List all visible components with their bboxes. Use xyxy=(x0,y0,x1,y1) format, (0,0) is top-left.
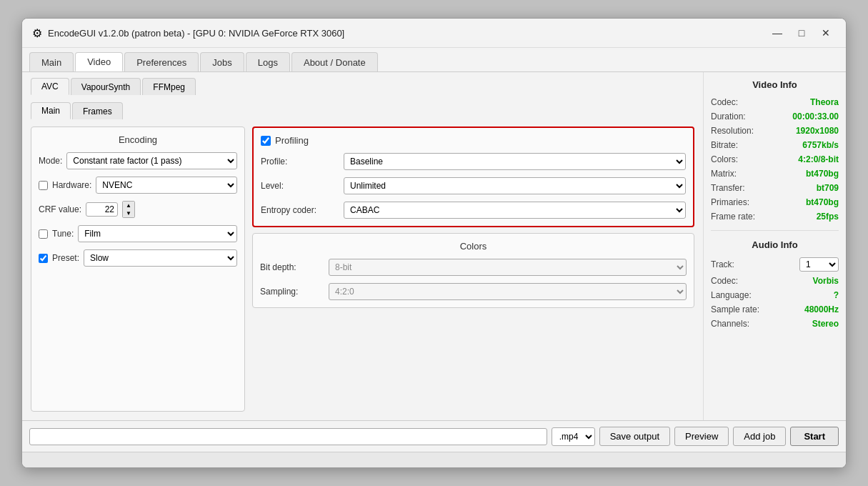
status-bar xyxy=(22,452,846,467)
output-path-input[interactable] xyxy=(29,428,547,445)
save-output-button[interactable]: Save output xyxy=(599,427,670,446)
sub-tabs: AVC VapourSynth FFMpeg xyxy=(28,78,697,95)
tune-checkbox[interactable] xyxy=(39,229,48,239)
bit-depth-label: Bit depth: xyxy=(260,262,324,272)
mode-label: Mode: xyxy=(39,156,62,166)
bottom-bar: .mp4 .mkv .avi Save output Preview Add j… xyxy=(22,420,846,452)
tab-about[interactable]: About / Donate xyxy=(291,52,378,71)
audio-samplerate: Sample rate: 48000Hz xyxy=(711,304,839,314)
close-button[interactable]: ✕ xyxy=(816,26,836,40)
right-info-panel: Video Info Codec: Theora Duration: 00:00… xyxy=(703,72,846,420)
format-select[interactable]: .mp4 .mkv .avi xyxy=(552,427,595,446)
framerate-key: Frame rate: xyxy=(711,212,755,222)
title-bar-left: ⚙ EncodeGUI v1.2.0b (patron beta) - [GPU… xyxy=(32,26,344,40)
crf-up-button[interactable]: ▲ xyxy=(123,202,134,209)
resolution-key: Resolution: xyxy=(711,126,754,136)
entropy-label: Entropy coder: xyxy=(261,205,339,215)
window-title: EncodeGUI v1.2.0b (patron beta) - [GPU 0… xyxy=(48,28,344,39)
window-controls: — □ ✕ xyxy=(767,26,836,40)
profile-label: Profile: xyxy=(261,157,339,167)
info-framerate: Frame rate: 25fps xyxy=(711,212,839,222)
mode-row: Mode: Constant rate factor (1 pass) xyxy=(39,152,237,169)
colors-key: Colors: xyxy=(711,154,738,164)
info-duration: Duration: 00:00:33.00 xyxy=(711,111,839,122)
tab-video[interactable]: Video xyxy=(75,52,123,71)
right-panels: Profiling Profile: Baseline Main High xyxy=(252,127,694,412)
info-resolution: Resolution: 1920x1080 xyxy=(711,126,839,136)
audio-info-title: Audio Info xyxy=(711,239,839,250)
title-bar: ⚙ EncodeGUI v1.2.0b (patron beta) - [GPU… xyxy=(22,19,846,48)
maximize-button[interactable]: □ xyxy=(792,26,812,40)
preset-select[interactable]: Slow xyxy=(84,249,237,267)
crf-input[interactable] xyxy=(86,202,118,217)
entropy-select[interactable]: CABAC CAVLC xyxy=(344,202,686,219)
transfer-key: Transfer: xyxy=(711,183,745,193)
resolution-val: 1920x1080 xyxy=(796,126,839,136)
mode-select[interactable]: Constant rate factor (1 pass) xyxy=(66,152,237,169)
entropy-row: Entropy coder: CABAC CAVLC xyxy=(261,202,686,219)
tune-select[interactable]: Film xyxy=(78,225,237,242)
bit-depth-row: Bit depth: 8-bit xyxy=(260,259,687,276)
codec-key: Codec: xyxy=(711,97,738,107)
audio-codec-val: Vorbis xyxy=(813,276,839,286)
colors-box: Colors Bit depth: 8-bit Sampling: xyxy=(252,233,694,308)
primaries-key: Primaries: xyxy=(711,197,749,207)
start-button[interactable]: Start xyxy=(790,427,839,446)
tab-logs[interactable]: Logs xyxy=(246,52,290,71)
profile-row: Profile: Baseline Main High xyxy=(261,153,686,170)
profile-select[interactable]: Baseline Main High xyxy=(344,153,686,170)
crf-down-button[interactable]: ▼ xyxy=(123,209,134,217)
main-tabs: Main Video Preferences Jobs Logs About /… xyxy=(22,48,846,71)
sampling-row: Sampling: 4:2:0 xyxy=(260,283,687,300)
info-divider xyxy=(711,230,839,231)
preset-checkbox[interactable] xyxy=(39,254,48,263)
minimize-button[interactable]: — xyxy=(767,26,787,40)
hardware-select[interactable]: NVENC xyxy=(96,177,237,194)
content-area: AVC VapourSynth FFMpeg Main Frames Encod… xyxy=(22,71,846,420)
encoding-title: Encoding xyxy=(39,134,237,145)
audio-samplerate-key: Sample rate: xyxy=(711,304,759,314)
tab-avc[interactable]: AVC xyxy=(31,78,69,95)
colors-val: 4:2:0/8-bit xyxy=(798,154,839,164)
tab-jobs[interactable]: Jobs xyxy=(200,52,244,71)
info-primaries: Primaries: bt470bg xyxy=(711,197,839,207)
track-select[interactable]: 1 xyxy=(799,257,839,272)
track-key: Track: xyxy=(711,259,734,269)
info-colors: Colors: 4:2:0/8-bit xyxy=(711,154,839,164)
audio-channels-key: Channels: xyxy=(711,319,749,329)
sampling-label: Sampling: xyxy=(260,287,324,297)
encoding-box: Encoding Mode: Constant rate factor (1 p… xyxy=(31,127,245,412)
preview-button[interactable]: Preview xyxy=(674,427,729,446)
bit-depth-select[interactable]: 8-bit xyxy=(329,259,687,276)
info-transfer: Transfer: bt709 xyxy=(711,183,839,193)
sampling-select[interactable]: 4:2:0 xyxy=(329,283,687,300)
tune-row: Tune: Film xyxy=(39,225,237,242)
hardware-checkbox[interactable] xyxy=(39,181,48,190)
tab-vapoursynth[interactable]: VapourSynth xyxy=(71,78,141,95)
duration-key: Duration: xyxy=(711,111,746,122)
tab-preferences[interactable]: Preferences xyxy=(124,52,199,71)
info-bitrate: Bitrate: 6757kb/s xyxy=(711,140,839,150)
tab-main[interactable]: Main xyxy=(29,52,74,71)
main-content: Encoding Mode: Constant rate factor (1 p… xyxy=(28,124,697,415)
framerate-val: 25fps xyxy=(817,212,839,222)
add-job-button[interactable]: Add job xyxy=(733,427,786,446)
audio-language: Language: ? xyxy=(711,290,839,300)
left-panel: AVC VapourSynth FFMpeg Main Frames Encod… xyxy=(22,72,703,420)
tab-inner-frames[interactable]: Frames xyxy=(72,102,123,119)
matrix-key: Matrix: xyxy=(711,169,737,179)
preset-label: Preset: xyxy=(52,253,79,263)
info-codec: Codec: Theora xyxy=(711,97,839,107)
tab-ffmpeg[interactable]: FFMpeg xyxy=(142,78,196,95)
level-row: Level: Unlimited 3.0 3.1 4.0 4.1 xyxy=(261,177,686,194)
profiling-checkbox[interactable] xyxy=(261,136,271,146)
audio-channels: Channels: Stereo xyxy=(711,319,839,329)
codec-val: Theora xyxy=(810,97,839,107)
level-select[interactable]: Unlimited 3.0 3.1 4.0 4.1 xyxy=(344,177,686,194)
inner-tabs: Main Frames xyxy=(28,102,697,119)
primaries-val: bt470bg xyxy=(806,197,839,207)
transfer-val: bt709 xyxy=(817,183,839,193)
crf-spinner: ▲ ▼ xyxy=(122,201,135,218)
tab-inner-main[interactable]: Main xyxy=(31,102,71,119)
bitrate-val: 6757kb/s xyxy=(802,140,839,150)
